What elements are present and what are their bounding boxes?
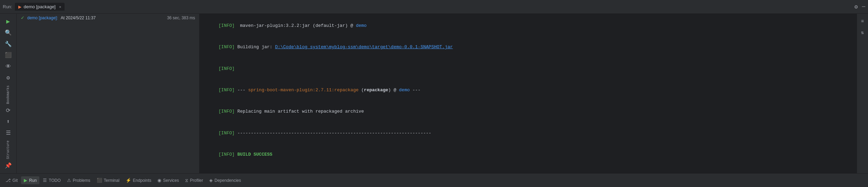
sidebar-pin-icon[interactable]: 📌 [2, 160, 15, 170]
console-line-8: [INFO] ---------------------------------… [202, 166, 854, 173]
sidebar-list-icon[interactable]: ☰ [2, 128, 15, 138]
top-bar: Run: ▶ demo [package] × ⚙ ─ [0, 0, 868, 14]
toolbar-problems[interactable]: ⚠ Problems [64, 176, 93, 184]
sidebar-eye-icon[interactable]: 👁 [2, 62, 15, 72]
console-line-4: [INFO] --- spring-boot-maven-plugin:2.7.… [202, 80, 854, 101]
toolbar-services[interactable]: ◉ Services [155, 176, 182, 184]
problems-label: Problems [73, 178, 90, 183]
entry-time: 36 sec, 383 ms [167, 15, 195, 20]
git-icon: ⎇ [6, 178, 11, 183]
todo-label: TODO [49, 178, 60, 183]
run-panel: ✓ demo [package]: At 2024/5/22 11:37 36 … [17, 14, 200, 173]
endpoints-label: Endpoints [133, 178, 151, 183]
toolbar-terminal[interactable]: ⬛ Terminal [94, 176, 122, 184]
git-label: Git [12, 178, 18, 183]
toolbar-todo[interactable]: ☰ TODO [40, 176, 63, 184]
console-line-1: [INFO] maven-jar-plugin:3.2.2:jar (defau… [202, 15, 854, 37]
dependencies-icon: ◈ [209, 178, 213, 183]
services-label: Services [163, 178, 179, 183]
sidebar-refresh-icon[interactable]: ⟳ [2, 105, 15, 115]
bottom-toolbar: ⎇ Git ▶ Run ☰ TODO ⚠ Problems ⬛ Terminal… [0, 173, 868, 187]
left-sidebar: ▶ 🔍 🔧 ⬛ 👁 ⚙ Bookmarks ⟳ ⬆ ☰ Structure 📌 [0, 14, 17, 173]
console-line-7: [INFO] BUILD SUCCESS [202, 144, 854, 165]
endpoints-icon: ⚡ [126, 178, 131, 183]
settings-icon[interactable]: ⚙ [855, 3, 858, 10]
right-menu-icon[interactable]: ≡ [858, 17, 867, 26]
console-output[interactable]: [INFO] maven-jar-plugin:3.2.2:jar (defau… [200, 14, 857, 173]
tab-name: demo [package] [23, 4, 56, 9]
sidebar-wrench-icon[interactable]: 🔧 [2, 39, 15, 49]
tab-close-icon[interactable]: × [59, 5, 61, 9]
toolbar-dependencies[interactable]: ◈ Dependencies [206, 176, 244, 184]
sidebar-upload-icon[interactable]: ⬆ [2, 117, 15, 127]
entry-detail: At 2024/5/22 11:37 [61, 15, 96, 20]
sidebar-gear-icon[interactable]: ⚙ [2, 73, 15, 83]
toolbar-endpoints[interactable]: ⚡ Endpoints [123, 176, 154, 184]
right-sort-icon[interactable]: ⇅ [858, 28, 867, 37]
todo-icon: ☰ [43, 178, 47, 183]
toolbar-git[interactable]: ⎇ Git [3, 176, 20, 184]
console-line-5: [INFO] Replacing main artifact with repa… [202, 101, 854, 123]
sidebar-search-icon[interactable]: 🔍 [2, 28, 15, 38]
run-toolbar-icon: ▶ [24, 178, 27, 183]
entry-name: demo [package]: [27, 15, 58, 20]
top-bar-left: Run: ▶ demo [package] × [3, 3, 65, 11]
profiler-label: Profiler [190, 178, 203, 183]
structure-label: Structure [6, 141, 10, 159]
top-bar-right: ⚙ ─ [855, 3, 865, 10]
console-line-2: [INFO] Building jar: D:\Code\blog_system… [202, 37, 854, 58]
problems-icon: ⚠ [67, 178, 71, 183]
services-icon: ◉ [157, 178, 161, 183]
console-line-6: [INFO] ---------------------------------… [202, 123, 854, 144]
sidebar-square-icon[interactable]: ⬛ [2, 50, 15, 60]
profiler-icon: ⧖ [185, 178, 188, 183]
terminal-label: Terminal [104, 178, 119, 183]
run-label-toolbar: Run [29, 178, 37, 183]
tab-play-icon: ▶ [18, 4, 21, 9]
bookmarks-label: Bookmarks [6, 85, 10, 104]
sidebar-run-icon[interactable]: ▶ [2, 17, 15, 27]
toolbar-profiler[interactable]: ⧖ Profiler [182, 176, 206, 185]
dependencies-label: Dependencies [214, 178, 241, 183]
toolbar-run[interactable]: ▶ Run [21, 176, 39, 184]
check-icon: ✓ [21, 15, 25, 20]
main-content: ▶ 🔍 🔧 ⬛ 👁 ⚙ Bookmarks ⟳ ⬆ ☰ Structure 📌 … [0, 14, 868, 173]
minimize-icon[interactable]: ─ [862, 4, 865, 10]
right-sidebar: ≡ ⇅ [857, 14, 868, 173]
console-line-3: [INFO] [202, 58, 854, 80]
run-entry[interactable]: ✓ demo [package]: At 2024/5/22 11:37 36 … [17, 14, 199, 22]
run-label: Run: [3, 4, 12, 9]
demo-tab[interactable]: ▶ demo [package] × [15, 3, 65, 11]
terminal-icon: ⬛ [97, 178, 102, 183]
